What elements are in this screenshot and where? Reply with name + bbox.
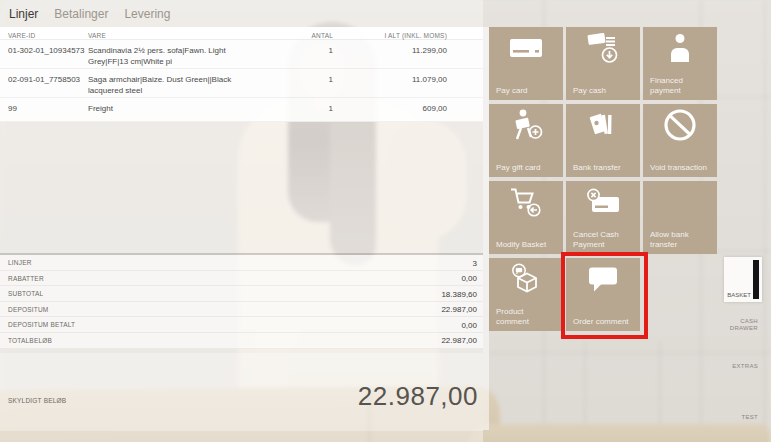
summary-label: DEPOSITUM [8, 306, 48, 313]
side-tab-label: BASKET [727, 292, 751, 298]
menu-tab-linjer[interactable]: Linjer [9, 7, 38, 21]
summary-label: SUBTOTAL [8, 290, 43, 297]
summary-value: 3 [473, 259, 477, 268]
pay-card-button[interactable]: Pay card [489, 27, 563, 100]
active-tab-indicator [753, 260, 759, 299]
summary-row: RABATTER 0,00 [0, 271, 483, 287]
summary-row: SUBTOTAL 18.389,60 [0, 286, 483, 302]
summary-value: 22.987,00 [441, 305, 477, 314]
button-label: Pay gift card [496, 163, 558, 173]
item-qty: 1 [285, 103, 333, 114]
modify-basket-button[interactable]: Modify Basket [489, 181, 563, 254]
allow-bank-transfer-button[interactable]: Allow bank transfer [643, 181, 717, 254]
item-qty: 1 [285, 45, 333, 56]
button-label: Product comment [496, 307, 558, 326]
action-button-grid: Pay card Pay cash Financed payment [489, 27, 720, 331]
void-icon [662, 107, 698, 147]
table-row[interactable]: 01-302-01_10934573 Scandinavia 2½ pers. … [0, 40, 483, 69]
button-label: Void transaction [650, 163, 712, 173]
pay-gift-card-button[interactable]: Pay gift card [489, 104, 563, 177]
summary-label: DEPOSITUM BETALT [8, 321, 75, 328]
button-label: Bank transfer [573, 163, 635, 173]
person-icon [667, 33, 693, 67]
void-transaction-button[interactable]: Void transaction [643, 104, 717, 177]
item-qty: 1 [285, 74, 333, 85]
item-name: Freight [88, 103, 266, 114]
amount-due-value: 22.987,00 [358, 381, 478, 412]
item-total: 11.079,00 [355, 74, 447, 85]
summary-value: 0,00 [461, 274, 477, 283]
financed-payment-button[interactable]: Financed payment [643, 27, 717, 100]
summary-value: 18.389,60 [441, 290, 477, 299]
summary-row: TOTALBELØB 22.987,00 [0, 333, 483, 349]
product-comment-button[interactable]: Product comment [489, 258, 563, 331]
item-id: 01-302-01_10934573 [8, 45, 86, 56]
summary-value: 22.987,00 [441, 336, 477, 345]
side-tab-cash-drawer[interactable]: CASH DRAWER [716, 318, 758, 332]
item-name: Saga armchair|Baize. Dust Green||Black l… [88, 74, 266, 96]
amount-due-label: SKYLDIGT BELØB [8, 397, 66, 404]
cancel-cash-payment-button[interactable]: Cancel Cash Payment [566, 181, 640, 254]
summary-row: DEPOSITUM BETALT 0,00 [0, 317, 483, 333]
item-id: 02-091-01_7758503 [8, 74, 86, 85]
button-label: Order comment [573, 317, 635, 327]
summary-row: LINJER 3 [0, 255, 483, 271]
card-icon [509, 35, 543, 65]
summary-value: 0,00 [461, 321, 477, 330]
cart-undo-icon [509, 187, 543, 222]
comment-icon [587, 265, 619, 298]
empty-grid-cell [643, 258, 717, 331]
cash-icon [585, 31, 621, 69]
summary-label: TOTALBELØB [8, 337, 52, 344]
button-label: Pay cash [573, 86, 635, 96]
item-total: 11.299,00 [355, 45, 447, 56]
item-name: Scandinavia 2½ pers. sofa|Fawn. Light Gr… [88, 45, 266, 67]
summary-label: RABATTER [8, 275, 44, 282]
item-id: 99 [8, 103, 86, 114]
pos-screen: Linjer Betalinger Levering VARE-ID VARE … [0, 0, 771, 442]
side-tab-basket[interactable]: BASKET [724, 257, 762, 302]
bank-transfer-button[interactable]: Bank transfer [566, 104, 640, 177]
top-menu: Linjer Betalinger Levering [0, 0, 483, 27]
item-total: 609,00 [355, 103, 447, 114]
menu-tab-levering[interactable]: Levering [124, 7, 170, 21]
table-header: VARE-ID VARE ANTAL I ALT (INKL. MOMS) [0, 27, 483, 40]
button-label: Financed payment [650, 76, 712, 95]
order-comment-button[interactable]: Order comment [566, 258, 640, 331]
summary-row: DEPOSITUM 22.987,00 [0, 302, 483, 318]
pay-cash-button[interactable]: Pay cash [566, 27, 640, 100]
gift-card-person-icon [508, 109, 544, 145]
table-row[interactable]: 99 Freight 1 609,00 [0, 98, 483, 122]
button-label: Allow bank transfer [650, 230, 712, 249]
table-row[interactable]: 02-091-01_7758503 Saga armchair|Baize. D… [0, 69, 483, 98]
summary-label: LINJER [8, 259, 32, 266]
cancel-card-icon [585, 188, 621, 220]
banknotes-icon [586, 111, 620, 143]
side-tab-extras[interactable]: EXTRAS [716, 363, 758, 370]
transaction-summary: LINJER 3 RABATTER 0,00 SUBTOTAL 18.389,6… [0, 253, 483, 349]
button-label: Pay card [496, 86, 558, 96]
product-comment-icon [509, 263, 543, 300]
menu-tab-betalinger[interactable]: Betalinger [54, 7, 108, 21]
side-tab-test[interactable]: TEST [716, 414, 758, 421]
button-label: Cancel Cash Payment [573, 230, 635, 249]
button-label: Modify Basket [496, 240, 558, 250]
